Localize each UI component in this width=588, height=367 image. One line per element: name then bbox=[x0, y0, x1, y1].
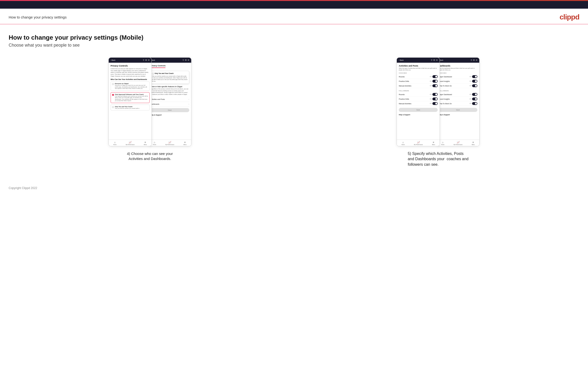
footer-menu-3[interactable]: ≡ Menu bbox=[432, 141, 435, 145]
radio-option-followers-text: Only Approved Followers and Your Coach O… bbox=[115, 94, 148, 102]
footer-performance-1[interactable]: 📈 My Performance bbox=[126, 141, 135, 145]
practice-drills-followers-switch[interactable] bbox=[432, 98, 438, 100]
manual-activities-coaches-switch[interactable] bbox=[432, 84, 438, 87]
copyright-text: Copyright Clippd 2022 bbox=[9, 186, 37, 190]
settings-icon-3[interactable]: ⚙ bbox=[436, 59, 438, 61]
footer-home-3[interactable]: ⌂ Home bbox=[401, 141, 405, 145]
coaches-practice-drills-toggle[interactable]: Practice Drills ON bbox=[399, 79, 438, 83]
main-subtitle: Choose what you want people to see bbox=[9, 43, 579, 48]
phone-2-header: ‹ Back ⚲ ⚄ ⚙ bbox=[148, 58, 191, 63]
page-header-title: How to change your privacy settings bbox=[9, 15, 67, 19]
followers-player-dashboard-toggle[interactable]: Player Dashboard ON bbox=[438, 92, 477, 97]
dashboards-item[interactable]: Dashboards › bbox=[150, 102, 189, 107]
manual-activities-followers-switch[interactable] bbox=[432, 102, 438, 105]
mockups-row: ‹ Back ⚲ ⚄ ⚙ Privacy Controls Control ho… bbox=[9, 57, 579, 167]
followers-group-label-4: FOLLOWERS bbox=[438, 90, 477, 92]
coaches-what-to-work-on-toggle[interactable]: What To Work On ON bbox=[438, 83, 477, 88]
followers-rounds-toggle[interactable]: Rounds ON bbox=[399, 92, 438, 97]
person-icon-4[interactable]: ⚄ bbox=[473, 59, 475, 61]
phone-2-icons: ⚲ ⚄ ⚙ bbox=[182, 59, 189, 61]
settings-icon-4[interactable]: ⚙ bbox=[476, 59, 477, 61]
rounds-toggle-coaches[interactable]: ON bbox=[430, 75, 438, 78]
what-to-work-on-followers-switch[interactable] bbox=[472, 102, 477, 105]
round-insights-followers-switch[interactable] bbox=[472, 98, 477, 100]
player-dashboard-coaches-switch[interactable] bbox=[472, 75, 477, 78]
followers-round-insights-toggle[interactable]: Round Insights ON bbox=[438, 97, 477, 101]
coaches-round-insights-toggle[interactable]: Round Insights ON bbox=[438, 79, 477, 83]
footer-performance-3[interactable]: 📈 My Performance bbox=[414, 141, 423, 145]
footer-home-1[interactable]: ⌂ Home bbox=[113, 141, 116, 145]
footer-home-2[interactable]: ⌂ Home bbox=[153, 141, 156, 145]
round-insights-followers-toggle[interactable]: ON bbox=[469, 98, 477, 100]
chevron-right-activities: › bbox=[189, 98, 189, 100]
what-to-work-on-followers-toggle[interactable]: ON bbox=[469, 102, 477, 105]
followers-practice-drills-toggle[interactable]: Practice Drills ON bbox=[399, 97, 438, 101]
activities-posts-desc: Select the types of activity that you'd … bbox=[399, 67, 438, 71]
footer-menu-4[interactable]: ≡ Menu bbox=[472, 141, 475, 145]
help-support-2: Help & Support bbox=[150, 114, 189, 116]
followers-what-to-work-on-toggle[interactable]: What To Work On ON bbox=[438, 101, 477, 106]
rounds-toggle-followers[interactable]: ON bbox=[430, 93, 438, 96]
caption-1: 4) Choose who can see yourActivities and… bbox=[127, 151, 173, 161]
footer-performance-4[interactable]: 📈 My Performance bbox=[454, 141, 462, 145]
mockup-phones-1: ‹ Back ⚲ ⚄ ⚙ Privacy Controls Control ho… bbox=[108, 57, 191, 146]
radio-option-followers[interactable]: Only Approved Followers and Your Coach O… bbox=[111, 92, 150, 103]
menu-icon-3: ≡ bbox=[433, 141, 434, 144]
search-icon-2[interactable]: ⚲ bbox=[182, 59, 184, 61]
home-icon-4: ⌂ bbox=[442, 141, 443, 144]
privacy-popup: Only You and Your Coach Only you and the… bbox=[150, 71, 189, 84]
coaches-rounds-toggle[interactable]: Rounds ON bbox=[399, 75, 438, 79]
home-icon-2: ⌂ bbox=[154, 141, 155, 144]
manual-activities-toggle-coaches[interactable]: ON bbox=[430, 84, 438, 87]
phone-3-back[interactable]: ‹ Back bbox=[399, 59, 404, 61]
followers-manual-activities-toggle[interactable]: Manual Activities ON bbox=[399, 101, 438, 106]
round-insights-coaches-toggle[interactable]: ON bbox=[469, 80, 477, 83]
mockup-group-2: ‹ Back ⚲ ⚄ ⚙ Activities and Posts Select… bbox=[297, 57, 579, 167]
person-icon[interactable]: ⚄ bbox=[145, 59, 147, 61]
footer-menu-1[interactable]: ≡ Menu bbox=[144, 141, 147, 145]
dashboards-desc: Select the dashboards that you'd like to… bbox=[438, 67, 477, 71]
radio-option-everyone[interactable]: Everyone on Clippd Everyone on Clippd ca… bbox=[111, 81, 150, 91]
help-support-4: Help & Support bbox=[438, 114, 477, 116]
radio-option-coach-only[interactable]: Only You and Your Coach Only you and the… bbox=[111, 104, 150, 111]
rounds-followers-switch[interactable] bbox=[432, 93, 438, 96]
phone-1-footer: ⌂ Home 📈 My Performance ≡ Menu bbox=[109, 140, 152, 146]
practice-drills-toggle-followers[interactable]: ON bbox=[430, 98, 438, 100]
player-dashboard-followers-switch[interactable] bbox=[472, 93, 477, 96]
footer-home-4[interactable]: ⌂ Home bbox=[441, 141, 444, 145]
round-insights-coaches-switch[interactable] bbox=[472, 80, 477, 83]
coaches-manual-activities-toggle[interactable]: Manual Activities ON bbox=[399, 83, 438, 88]
player-dashboard-followers-toggle[interactable]: ON bbox=[469, 93, 477, 96]
footer-menu-2[interactable]: ≡ Menu bbox=[183, 141, 187, 145]
settings-icon-2[interactable]: ⚙ bbox=[188, 59, 189, 61]
save-button-4[interactable]: Save bbox=[438, 108, 477, 112]
main-title: How to change your privacy settings (Mob… bbox=[9, 34, 579, 41]
rounds-coaches-switch[interactable] bbox=[432, 75, 438, 78]
privacy-controls-tab[interactable]: Privacy Controls bbox=[150, 65, 166, 68]
person-icon-2[interactable]: ⚄ bbox=[185, 59, 187, 61]
phone-3-header: ‹ Back ⚲ ⚄ ⚙ bbox=[397, 58, 440, 63]
show-hide-label: Show or hide specific features in Clippd bbox=[150, 86, 189, 87]
settings-icon[interactable]: ⚙ bbox=[148, 59, 150, 61]
footer-performance-2[interactable]: 📈 My Performance bbox=[165, 141, 174, 145]
what-to-work-on-coaches-toggle[interactable]: ON bbox=[469, 84, 477, 87]
radio-circle-coach-only bbox=[112, 106, 114, 108]
phone-3: ‹ Back ⚲ ⚄ ⚙ Activities and Posts Select… bbox=[397, 57, 440, 146]
save-button-2[interactable]: Save bbox=[150, 108, 189, 112]
practice-drills-toggle-coaches[interactable]: ON bbox=[430, 80, 438, 83]
search-icon-3[interactable]: ⚲ bbox=[431, 59, 432, 61]
player-dashboard-coaches-toggle[interactable]: ON bbox=[469, 75, 477, 78]
manual-activities-toggle-followers[interactable]: ON bbox=[430, 102, 438, 105]
phone-1-back[interactable]: ‹ Back bbox=[111, 59, 115, 61]
mockup-phones-2: ‹ Back ⚲ ⚄ ⚙ Activities and Posts Select… bbox=[397, 57, 480, 146]
save-button-3[interactable]: Save bbox=[399, 108, 438, 112]
practice-drills-coaches-switch[interactable] bbox=[432, 80, 438, 83]
search-icon[interactable]: ⚲ bbox=[143, 59, 144, 61]
clippd-logo: clippd bbox=[560, 13, 579, 21]
help-support-3: Help & Support bbox=[399, 114, 438, 116]
person-icon-3[interactable]: ⚄ bbox=[433, 59, 435, 61]
what-to-work-on-coaches-switch[interactable] bbox=[472, 84, 477, 87]
search-icon-4[interactable]: ⚲ bbox=[471, 59, 472, 61]
activities-posts-item[interactable]: Activities and Posts › bbox=[150, 97, 189, 102]
coaches-player-dashboard-toggle[interactable]: Player Dashboard ON bbox=[438, 75, 477, 79]
